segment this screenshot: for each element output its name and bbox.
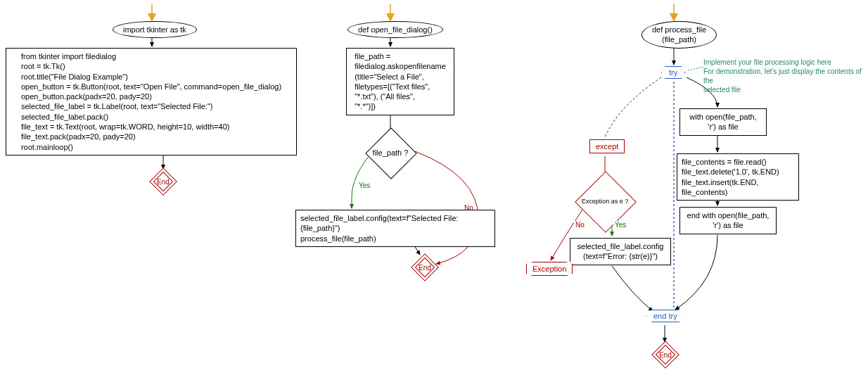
text: file_path = filedialog.askopenfilename (…	[355, 51, 446, 112]
end-label: End	[419, 264, 431, 272]
flow3-body2: selected_file_label.config (text=f"Error…	[570, 238, 671, 265]
flow2-body1: file_path = filedialog.askopenfilename (…	[346, 48, 454, 115]
flow1-start: import tkinter as tk	[113, 21, 197, 38]
text: from tkinter import filedialog root = tk…	[21, 51, 281, 152]
flow3-exception: Exception	[526, 262, 573, 276]
flow2-cond: file_path ?	[373, 135, 408, 170]
cond-label: file_path ?	[373, 148, 409, 157]
exception-label: Exception	[526, 262, 573, 276]
flow3-except: except	[589, 139, 625, 153]
endtry-label: end try	[653, 312, 677, 320]
label: def process_file (file_path)	[652, 25, 706, 45]
end-label: End	[157, 178, 170, 186]
svg-line-15	[688, 67, 703, 70]
flow3-comment: Implement your file processing logic her…	[703, 58, 865, 94]
label: def open_file_dialog()	[358, 25, 433, 34]
flow3-end: End	[656, 345, 675, 365]
flow2-yes: Yes	[357, 182, 371, 189]
flow3-with2: end with open(file_path, 'r') as file	[679, 207, 777, 234]
flow3-yes: Yes	[613, 221, 627, 229]
flow3-endtry: end try	[646, 310, 685, 322]
flow2-end: End	[415, 258, 435, 277]
flow3-body1: file_contents = file.read() file_text.de…	[677, 153, 799, 201]
try-label: try	[669, 68, 677, 77]
flow3-with1: with open(file_path, 'r') as file	[679, 108, 767, 136]
flow3-no: No	[574, 221, 586, 229]
flow3-start: def process_file (file_path)	[642, 21, 717, 49]
flow2-start: def open_file_dialog()	[347, 21, 443, 38]
label: import tkinter as tk	[123, 25, 186, 34]
text: selected_file_label.config (text=f"Error…	[577, 241, 664, 262]
text: file_contents = file.read() file_text.de…	[682, 157, 794, 197]
flow1-body: from tkinter import filedialog root = tk…	[6, 48, 297, 156]
cond-label: Exception as e ?	[582, 198, 629, 205]
flow1-end: End	[153, 172, 173, 191]
text: end with open(file_path, 'r') as file	[687, 210, 770, 231]
flow3-try: try	[661, 66, 685, 79]
end-label: End	[659, 351, 672, 359]
text: with open(file_path, 'r') as file	[689, 112, 756, 132]
flow2-body2: selected_file_label.config(text=f"Select…	[295, 210, 495, 247]
flow3-cond: Exception as e ?	[584, 180, 626, 222]
text: selected_file_label.config(text=f"Select…	[300, 213, 490, 243]
except-label: except	[589, 139, 625, 153]
